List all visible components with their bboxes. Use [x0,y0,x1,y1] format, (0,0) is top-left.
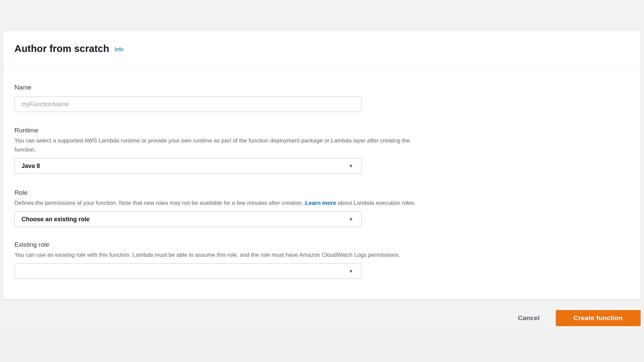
card-body: Name Runtime You can select a supported … [3,66,641,279]
role-label: Role [14,189,630,196]
function-name-input[interactable] [14,97,362,112]
caret-down-icon: ▼ [348,217,353,222]
existing-role-select[interactable]: ▼ [14,263,362,279]
role-field: Role Defines the permissions of your fun… [14,189,630,227]
runtime-select[interactable]: Java 8 ▼ [14,158,362,174]
role-description-part2: about Lambda execution roles. [336,200,416,206]
role-description: Defines the permissions of your function… [14,198,427,207]
name-label: Name [14,84,630,91]
existing-role-description: You can use an existing role with this f… [14,250,427,259]
learn-more-link[interactable]: Learn more [305,200,336,206]
existing-role-field: Existing role You can use an existing ro… [14,241,630,279]
runtime-select-value: Java 8 [21,163,40,170]
runtime-field: Runtime You can select a supported AWS L… [14,127,630,174]
page-background: Author from scratch Info Name Runtime Yo… [0,0,644,362]
role-select-value: Choose an existing role [21,216,90,223]
create-function-button[interactable]: Create function [556,310,641,326]
role-description-part1: Defines the permissions of your function… [14,200,305,206]
runtime-description: You can select a supported AWS Lambda ru… [14,136,427,154]
card-title: Author from scratch [14,43,109,54]
caret-down-icon: ▼ [348,269,353,274]
card-header: Author from scratch Info [3,31,641,66]
runtime-label: Runtime [14,127,630,134]
caret-down-icon: ▼ [348,164,353,168]
cancel-button[interactable]: Cancel [518,314,540,322]
name-field: Name [14,84,630,112]
author-from-scratch-card: Author from scratch Info Name Runtime Yo… [3,31,641,299]
action-bar: Cancel Create function [518,310,641,326]
info-link[interactable]: Info [115,47,124,53]
role-select[interactable]: Choose an existing role ▼ [14,212,362,227]
footer-strip [0,331,644,362]
existing-role-label: Existing role [14,241,630,248]
